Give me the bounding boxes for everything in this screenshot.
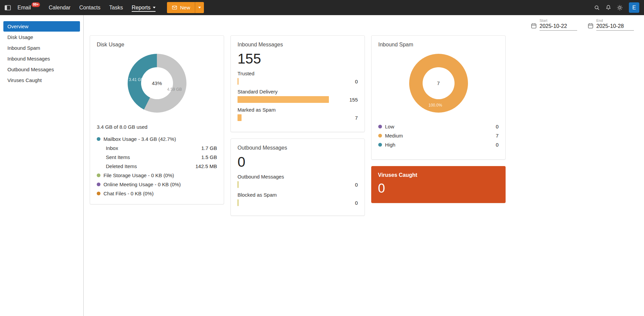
- legend-subitem-deleted-items: Deleted Items 142.5 MB: [97, 162, 217, 171]
- bar-value: 0: [355, 79, 358, 84]
- card-title: Inbound Spam: [378, 42, 499, 48]
- legend-item-chat-files: Chat Files - 0 KB (0%): [97, 189, 217, 198]
- legend-item-online-meeting: Online Meeting Usage - 0 KB (0%): [97, 180, 217, 189]
- inbound-bar-fill: [238, 78, 239, 85]
- card-title: Outbound Messages: [238, 145, 358, 151]
- inbound-bar-fill: [238, 114, 242, 121]
- legend-label: Medium: [385, 133, 403, 139]
- legend-dot: [97, 137, 100, 141]
- viruses-caught-total: 0: [378, 182, 499, 196]
- new-button-group: New: [167, 2, 204, 13]
- donut-center-label: 7: [409, 54, 468, 113]
- theme-brightness-icon[interactable]: [614, 2, 626, 13]
- sidebar-item-disk-usage[interactable]: Disk Usage: [3, 32, 80, 42]
- end-date-field: End 2025-10-28: [587, 18, 634, 31]
- notifications-bell-icon[interactable]: [603, 2, 614, 13]
- card-title: Disk Usage: [97, 42, 217, 48]
- legend-dot: [97, 192, 100, 195]
- user-avatar[interactable]: E: [629, 2, 639, 13]
- bar-track: [238, 114, 329, 121]
- viruses-caught-card: Viruses Caught 0: [371, 166, 506, 203]
- sidebar-item-overview[interactable]: Overview: [3, 21, 80, 32]
- nav-contacts[interactable]: Contacts: [79, 4, 100, 12]
- bar-row-outbound: 0: [238, 181, 358, 188]
- legend-subitem-inbox: Inbox 1.7 GB: [97, 144, 217, 153]
- bar-row-trusted: 0: [238, 78, 358, 85]
- donut-center-label: 43%: [128, 54, 186, 113]
- outbound-messages-card: Outbound Messages 0 Outbound Messages 0 …: [230, 139, 365, 216]
- bar-label: Standard Delivery: [238, 89, 358, 94]
- sidebar-item-inbound-messages[interactable]: Inbound Messages: [3, 53, 80, 64]
- legend-label: High: [385, 142, 395, 148]
- nav-tasks[interactable]: Tasks: [109, 4, 123, 12]
- legend-dot: [378, 125, 382, 128]
- sidebar-item-viruses-caught[interactable]: Viruses Caught: [3, 75, 80, 85]
- bar-value: 155: [349, 97, 358, 103]
- bar-row-marked-as-spam: 7: [238, 114, 358, 121]
- legend-label: Sent Items: [106, 154, 130, 160]
- inbound-messages-card: Inbound Messages 155 Trusted 0 Standard …: [230, 35, 365, 132]
- inbound-messages-total: 155: [238, 51, 358, 67]
- inbound-spam-legend: Low 0 Medium 7 High 0: [378, 122, 499, 149]
- start-date-input[interactable]: Start 2025-10-22: [540, 18, 577, 31]
- legend-label: Mailbox Usage - 3.4 GB (42.7%): [103, 136, 176, 142]
- bar-value: 0: [355, 182, 358, 188]
- calendar-icon[interactable]: [587, 23, 594, 29]
- main-nav: Email 99+ Calendar Contacts Tasks Report…: [17, 4, 156, 12]
- sidebar-toggle-icon[interactable]: [4, 4, 11, 11]
- legend-label: Low: [385, 124, 394, 129]
- legend-value: 1.7 GB: [201, 145, 217, 151]
- calendar-icon[interactable]: [530, 23, 537, 29]
- nav-email[interactable]: Email 99+: [17, 4, 40, 12]
- legend-label: Chat Files - 0 KB (0%): [103, 191, 154, 196]
- new-dropdown-button[interactable]: [195, 2, 204, 13]
- nav-tasks-label: Tasks: [109, 5, 123, 11]
- chevron-down-icon: [198, 7, 201, 8]
- nav-calendar[interactable]: Calendar: [49, 4, 71, 12]
- legend-label: Deleted Items: [106, 163, 137, 169]
- bar-track: [238, 78, 329, 85]
- legend-value: 7: [496, 133, 499, 139]
- bar-row-standard-delivery: 155: [238, 96, 358, 103]
- bar-label: Outbound Messages: [238, 174, 358, 180]
- end-date-value: 2025-10-28: [596, 23, 634, 29]
- legend-item-mailbox: Mailbox Usage - 3.4 GB (42.7%): [97, 134, 217, 144]
- search-icon[interactable]: [591, 2, 603, 13]
- legend-item-low: Low 0: [378, 122, 499, 131]
- bar-track: [238, 199, 329, 206]
- sidebar-item-outbound-messages[interactable]: Outbound Messages: [3, 64, 80, 75]
- disk-usage-summary: 3.4 GB of 8.0 GB used: [97, 124, 217, 130]
- inbound-spam-donut: 100.0% 7: [409, 54, 468, 113]
- nav-reports-label: Reports: [132, 5, 151, 11]
- sidebar-item-inbound-spam[interactable]: Inbound Spam: [3, 43, 80, 53]
- disk-usage-card: Disk Usage 3.41 GB 4.59 GB 43% 3.4 GB of…: [90, 35, 224, 204]
- disk-usage-legend: Mailbox Usage - 3.4 GB (42.7%) Inbox 1.7…: [97, 134, 217, 198]
- legend-subitem-sent-items: Sent Items 1.5 GB: [97, 153, 217, 162]
- legend-dot: [378, 143, 382, 147]
- reports-sidebar: Overview Disk Usage Inbound Spam Inbound…: [0, 15, 84, 316]
- legend-value: 0: [496, 142, 499, 148]
- inbound-spam-card: Inbound Spam 100.0% 7 Low 0: [371, 35, 506, 160]
- legend-label: Online Meeting Usage - 0 KB (0%): [103, 182, 181, 187]
- bar-label: Trusted: [238, 71, 358, 76]
- bar-track: [238, 96, 329, 103]
- email-unread-badge: 99+: [32, 2, 40, 7]
- inbound-bar-fill: [238, 96, 329, 103]
- nav-contacts-label: Contacts: [79, 5, 100, 11]
- main-content: Start 2025-10-22 End 2025-10-28: [84, 15, 644, 316]
- end-date-label: End: [596, 18, 634, 23]
- nav-reports[interactable]: Reports: [132, 4, 156, 12]
- outbound-bar-fill: [238, 181, 239, 188]
- new-button[interactable]: New: [167, 2, 195, 13]
- end-date-input[interactable]: End 2025-10-28: [596, 18, 634, 31]
- nav-calendar-label: Calendar: [49, 5, 71, 11]
- bar-row-blocked-as-spam: 0: [238, 199, 358, 206]
- envelope-icon: [172, 5, 177, 10]
- bar-track: [238, 181, 329, 188]
- start-date-field: Start 2025-10-22: [530, 18, 577, 31]
- topbar: Email 99+ Calendar Contacts Tasks Report…: [0, 0, 644, 15]
- outbound-bar-fill: [238, 199, 239, 206]
- legend-dot: [97, 173, 100, 177]
- legend-label: File Storage Usage - 0 KB (0%): [103, 172, 174, 178]
- legend-dot: [378, 134, 382, 137]
